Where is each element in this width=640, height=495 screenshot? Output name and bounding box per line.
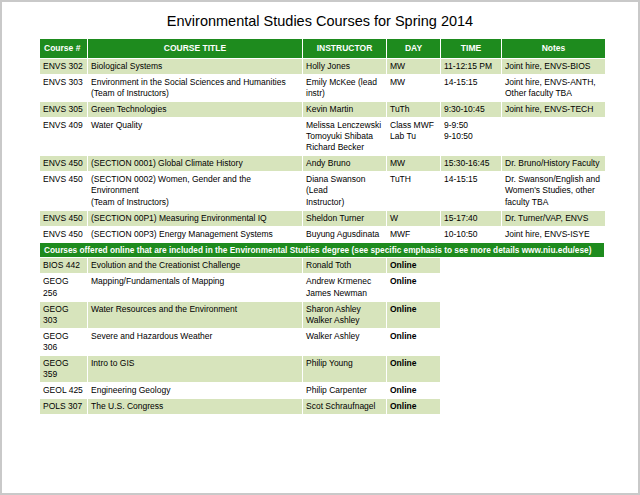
cell-instructor: Kevin Martin [303,102,387,118]
cell-day: MWF [387,226,441,242]
course-row: POLS 307The U.S. CongressScot Schraufnag… [40,398,441,414]
cell-notes: Dr. Turner/VAP, ENVS [502,210,606,226]
cell-title: Engineering Geology [88,382,303,398]
course-row: BIOS 442Evolution and the Creationist Ch… [40,258,441,274]
cell-course: BIOS 442 [40,258,88,274]
cell-title: (SECTION 00P1) Measuring Environmental I… [88,210,303,226]
cell-title: Severe and Hazardous Weather [88,328,303,355]
cell-course: ENVS 450 [40,210,88,226]
cell-instructor: Walker Ashley [303,328,387,355]
cell-time: 15:30-16:45 [441,156,502,172]
cell-title: Evolution and the Creationist Challenge [88,258,303,274]
header-notes: Notes [502,39,606,59]
cell-course: GEOG 359 [40,355,88,382]
header-course-title: COURSE TITLE [88,39,303,59]
cell-day: Online [387,258,441,274]
course-row: ENVS 409Water QualityMelissa Lenczewski … [40,118,606,156]
course-row: ENVS 305Green TechnologiesKevin MartinTu… [40,102,606,118]
course-row: GEOL 425Engineering GeologyPhilip Carpen… [40,382,441,398]
cell-day: Online [387,355,441,382]
cell-time: 9:30-10:45 [441,102,502,118]
cell-instructor: Andrew Krmenec James Newman [303,274,387,301]
cell-course: ENVS 302 [40,59,88,75]
cell-day: Online [387,398,441,414]
course-row: ENVS 303Environment in the Social Scienc… [40,75,606,102]
online-tbody: BIOS 442Evolution and the Creationist Ch… [40,258,441,415]
cell-instructor: Sheldon Turner [303,210,387,226]
cell-title: Green Technologies [88,102,303,118]
cell-instructor: Andy Bruno [303,156,387,172]
cell-title: Mapping/Fundamentals of Mapping [88,274,303,301]
cell-course: ENVS 409 [40,118,88,156]
cell-instructor: Melissa Lenczewski Tomoyuki Shibata Rich… [303,118,387,156]
cell-course: GEOG 303 [40,301,88,328]
cell-instructor: Philip Young [303,355,387,382]
cell-course: ENVS 450 [40,226,88,242]
cell-title: Biological Systems [88,59,303,75]
cell-day: TuTh [387,102,441,118]
page-title: Environmental Studies Courses for Spring… [2,13,638,29]
course-row: ENVS 450(SECTION 00P1) Measuring Environ… [40,210,606,226]
cell-time: 9-9:50 9-10:50 [441,118,502,156]
cell-course: ENVS 450 [40,172,88,210]
cell-day: MW [387,75,441,102]
header-day: DAY [387,39,441,59]
cell-day: Class MWF Lab Tu [387,118,441,156]
cell-notes: Dr. Bruno/History Faculty [502,156,606,172]
cell-title: (SECTION 00P3) Energy Management Systems [88,226,303,242]
header-time: TIME [441,39,502,59]
cell-title: The U.S. Congress [88,398,303,414]
cell-course: GEOL 425 [40,382,88,398]
cell-course: ENVS 450 [40,156,88,172]
cell-notes: Joint hire, ENVS-ANTH, Other faculty TBA [502,75,606,102]
cell-instructor: Philip Carpenter [303,382,387,398]
cell-time: 11-12:15 PM [441,59,502,75]
cell-time: 10-10:50 [441,226,502,242]
course-row: ENVS 450(SECTION 00P3) Energy Management… [40,226,606,242]
cell-day: MW [387,59,441,75]
cell-course: ENVS 303 [40,75,88,102]
courses-tbody: ENVS 302Biological SystemsHolly JonesMW1… [40,59,606,243]
cell-day: Online [387,382,441,398]
course-row: ENVS 450(SECTION 0001) Global Climate Hi… [40,156,606,172]
course-row: GEOG 303Water Resources and the Environm… [40,301,441,328]
online-courses-table: BIOS 442Evolution and the Creationist Ch… [39,257,441,415]
header-instructor: INSTRUCTOR [303,39,387,59]
cell-instructor: Emily McKee (lead instr) [303,75,387,102]
header-course-number: Course # [40,39,88,59]
cell-day: W [387,210,441,226]
cell-day: TuTH [387,172,441,210]
page: Environmental Studies Courses for Spring… [0,0,640,495]
course-row: GEOG 306Severe and Hazardous WeatherWalk… [40,328,441,355]
online-courses-banner: Courses offered online that are included… [39,243,605,258]
cell-time: 14-15:15 [441,172,502,210]
cell-title: Intro to GIS [88,355,303,382]
cell-notes: Dr. Swanson/English and Women's Studies,… [502,172,606,210]
cell-time: 15-17:40 [441,210,502,226]
cell-instructor: Scot Schraufnagel [303,398,387,414]
cell-course: GEOG 256 [40,274,88,301]
cell-time: 14-15:15 [441,75,502,102]
cell-instructor: Sharon Ashley Walker Ashley [303,301,387,328]
cell-instructor: Holly Jones [303,59,387,75]
header-row: Course # COURSE TITLE INSTRUCTOR DAY TIM… [40,39,606,59]
course-row: ENVS 450(SECTION 0002) Women, Gender and… [40,172,606,210]
cell-title: (SECTION 0001) Global Climate History [88,156,303,172]
cell-notes [502,118,606,156]
course-tables: Course # COURSE TITLE INSTRUCTOR DAY TIM… [39,38,638,415]
cell-day: Online [387,328,441,355]
cell-instructor: Diana Swanson (Lead Instructor) [303,172,387,210]
course-row: ENVS 302Biological SystemsHolly JonesMW1… [40,59,606,75]
course-row: GEOG 256Mapping/Fundamentals of MappingA… [40,274,441,301]
cell-instructor: Ronald Toth [303,258,387,274]
cell-notes: Joint hire, ENVS-ISYE [502,226,606,242]
cell-title: (SECTION 0002) Women, Gender and the Env… [88,172,303,210]
cell-day: Online [387,274,441,301]
cell-notes: Joint hire, ENVS-BIOS [502,59,606,75]
cell-course: GEOG 306 [40,328,88,355]
courses-table: Course # COURSE TITLE INSTRUCTOR DAY TIM… [39,38,606,243]
cell-instructor: Buyung Agusdinata [303,226,387,242]
cell-day: MW [387,156,441,172]
cell-title: Environment in the Social Sciences and H… [88,75,303,102]
cell-notes: Joint hire, ENVS-TECH [502,102,606,118]
